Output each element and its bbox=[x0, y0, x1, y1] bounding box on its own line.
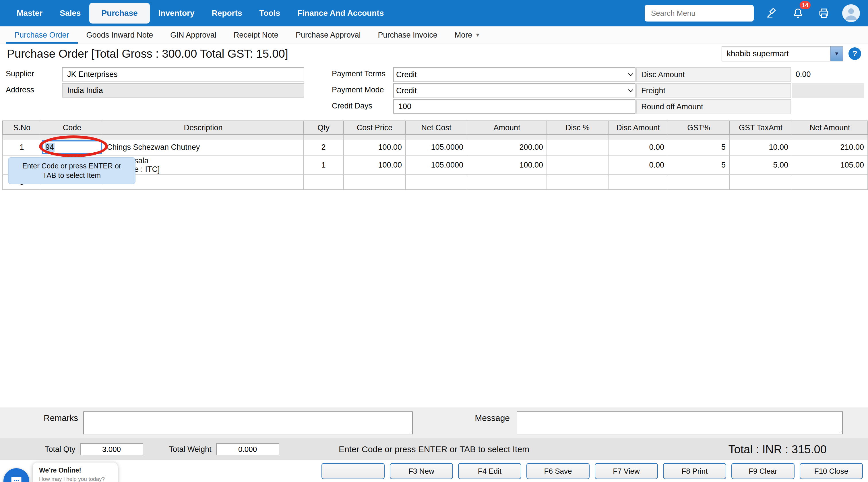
nav-item-tools[interactable]: Tools bbox=[251, 4, 289, 22]
f10-close-button[interactable]: F10 Close bbox=[800, 463, 863, 479]
col-cost-price: Cost Price bbox=[344, 121, 406, 134]
col-sno: S.No bbox=[3, 121, 41, 134]
total-qty-input[interactable] bbox=[80, 443, 143, 455]
totals-bar: Total Qty Total Weight Enter Code or pre… bbox=[0, 439, 868, 460]
search-input[interactable] bbox=[645, 5, 754, 22]
f3-new-button[interactable]: F3 New bbox=[390, 463, 453, 479]
cell-gst-pct[interactable]: 5 bbox=[668, 155, 730, 175]
cell-disc-amount[interactable]: 0.00 bbox=[608, 139, 668, 155]
col-net-cost: Net Cost bbox=[406, 121, 467, 134]
nav-item-inventory[interactable]: Inventory bbox=[150, 4, 203, 22]
cell-net-cost[interactable]: 105.0000 bbox=[406, 155, 467, 175]
payment-mode-select[interactable]: Credit bbox=[393, 83, 636, 98]
f7-view-button[interactable]: F7 View bbox=[595, 463, 658, 479]
tab-gin-approval[interactable]: GIN Approval bbox=[162, 26, 225, 43]
cell-gst-tax-amt[interactable] bbox=[730, 175, 792, 190]
supplier-label: Supplier bbox=[6, 69, 34, 78]
credit-days-input[interactable] bbox=[393, 99, 636, 114]
cell-qty[interactable] bbox=[303, 175, 344, 190]
f9-clear-button[interactable]: F9 Clear bbox=[732, 463, 795, 479]
message-textarea[interactable] bbox=[517, 411, 843, 435]
store-selector[interactable]: khabib supermart ▼ bbox=[722, 46, 843, 61]
tab-goods-inward-note[interactable]: Goods Inward Note bbox=[78, 26, 162, 43]
cell-gst-pct[interactable] bbox=[668, 175, 730, 190]
cell-disc-amount[interactable] bbox=[608, 175, 668, 190]
cell-gst-pct[interactable]: 5 bbox=[668, 139, 730, 155]
cell-net-amount[interactable]: 210.00 bbox=[792, 139, 868, 155]
tab-purchase-approval[interactable]: Purchase Approval bbox=[287, 26, 369, 43]
title-right-cluster: khabib supermart ▼ ? bbox=[722, 46, 861, 61]
col-description: Description bbox=[103, 121, 303, 134]
function-button-bar: F3 New F4 Edit F6 Save F7 View F8 Print … bbox=[0, 460, 868, 482]
code-entry-tooltip: Enter Code or press ENTER or TAB to sele… bbox=[8, 157, 135, 184]
chevron-down-icon: ▼ bbox=[475, 32, 480, 38]
code-input[interactable]: 94 bbox=[42, 140, 102, 154]
col-amount: Amount bbox=[467, 121, 547, 134]
payment-terms-label: Payment Terms bbox=[332, 69, 385, 78]
nav-item-purchase[interactable]: Purchase bbox=[89, 3, 150, 24]
col-disc-pct: Disc % bbox=[547, 121, 608, 134]
f8-print-button[interactable]: F8 Print bbox=[663, 463, 726, 479]
printer-icon[interactable] bbox=[816, 6, 831, 21]
chat-status-card[interactable]: We're Online! How may I help you today? bbox=[33, 462, 118, 482]
cell-cost-price[interactable] bbox=[344, 175, 406, 190]
help-icon[interactable]: ? bbox=[848, 47, 861, 60]
cell-amount[interactable]: 100.00 bbox=[467, 155, 547, 175]
remarks-textarea[interactable] bbox=[83, 411, 413, 435]
f4-edit-button[interactable]: F4 Edit bbox=[458, 463, 521, 479]
cell-qty[interactable]: 2 bbox=[303, 139, 344, 155]
total-qty-label: Total Qty bbox=[45, 445, 75, 454]
supplier-input[interactable] bbox=[62, 67, 304, 82]
cell-disc-pct[interactable] bbox=[547, 139, 608, 155]
purchase-order-page: Master Sales Purchase Inventory Reports … bbox=[0, 0, 868, 482]
total-weight-input[interactable] bbox=[216, 443, 279, 455]
credit-days-label: Credit Days bbox=[332, 102, 372, 110]
table-gap-row bbox=[3, 134, 868, 139]
top-navigation-bar: Master Sales Purchase Inventory Reports … bbox=[0, 0, 868, 26]
nav-item-finance-and-accounts[interactable]: Finance And Accounts bbox=[289, 4, 392, 22]
address-input[interactable] bbox=[62, 83, 304, 98]
cell-gst-tax-amt[interactable]: 5.00 bbox=[730, 155, 792, 175]
cell-amount[interactable] bbox=[467, 175, 547, 190]
cell-net-amount[interactable] bbox=[792, 175, 868, 190]
chat-status-text: We're Online! bbox=[39, 467, 112, 474]
payment-terms-select[interactable]: Credit bbox=[393, 67, 636, 82]
bell-icon[interactable]: 14 bbox=[790, 6, 805, 21]
message-label: Message bbox=[413, 411, 517, 423]
cell-code: 94 bbox=[41, 139, 103, 155]
gavel-icon[interactable] bbox=[765, 6, 780, 21]
tab-more[interactable]: More ▼ bbox=[446, 26, 489, 43]
cell-cost-price[interactable]: 100.00 bbox=[344, 139, 406, 155]
cell-net-cost[interactable]: 105.0000 bbox=[406, 139, 467, 155]
disc-amount-label: Disc Amount bbox=[636, 67, 791, 82]
nav-item-reports[interactable]: Reports bbox=[203, 4, 251, 22]
cell-disc-pct[interactable] bbox=[547, 155, 608, 175]
freight-value bbox=[792, 83, 864, 98]
cell-net-cost[interactable] bbox=[406, 175, 467, 190]
store-dropdown-arrow-icon[interactable]: ▼ bbox=[830, 46, 843, 61]
cell-gst-tax-amt[interactable]: 10.00 bbox=[730, 139, 792, 155]
cell-sno: 1 bbox=[3, 139, 41, 155]
items-table-wrap: S.No Code Description Qty Cost Price Net… bbox=[2, 121, 867, 190]
user-avatar[interactable] bbox=[842, 4, 860, 22]
cell-description[interactable]: Chings Schezwan Chutney bbox=[103, 139, 303, 155]
nav-item-master[interactable]: Master bbox=[8, 4, 51, 22]
f6-save-button[interactable]: F6 Save bbox=[526, 463, 590, 479]
cell-qty[interactable]: 1 bbox=[303, 155, 344, 175]
topnav-right-cluster: 14 bbox=[645, 4, 860, 22]
nav-item-sales[interactable]: Sales bbox=[51, 4, 89, 22]
cell-cost-price[interactable]: 100.00 bbox=[344, 155, 406, 175]
order-header-form: Supplier Address Payment Terms Credit Pa… bbox=[0, 65, 868, 117]
cell-amount[interactable]: 200.00 bbox=[467, 139, 547, 155]
col-code: Code bbox=[41, 121, 103, 134]
cell-net-amount[interactable]: 105.00 bbox=[792, 155, 868, 175]
tab-purchase-order[interactable]: Purchase Order bbox=[6, 26, 78, 43]
page-title: Purchase Order [Total Gross : 300.00 Tot… bbox=[7, 47, 288, 60]
cell-disc-pct[interactable] bbox=[547, 175, 608, 190]
col-qty: Qty bbox=[303, 121, 344, 134]
tab-receipt-note[interactable]: Receipt Note bbox=[225, 26, 287, 43]
blank-button[interactable] bbox=[321, 463, 384, 479]
code-input-value: 94 bbox=[45, 143, 55, 152]
tab-purchase-invoice[interactable]: Purchase Invoice bbox=[369, 26, 446, 43]
cell-disc-amount[interactable]: 0.00 bbox=[608, 155, 668, 175]
